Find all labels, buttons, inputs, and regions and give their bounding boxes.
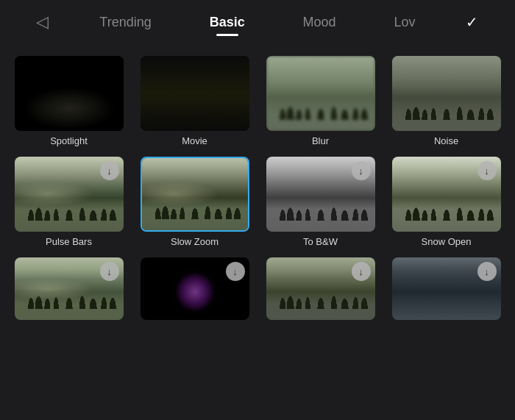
confirm-button[interactable]: ✓	[466, 13, 478, 31]
top-navigation: ◁ Trending Basic Mood Lov ✓	[0, 0, 515, 44]
tab-mood[interactable]: Mood	[296, 15, 344, 30]
list-item: ↓ To B&W	[258, 152, 383, 253]
list-item: Movie	[132, 51, 258, 152]
filter-label-pulse-bars: Pulse Bars	[46, 236, 92, 247]
filter-label-to-bw: To B&W	[303, 236, 338, 247]
list-item: Slow Zoom	[132, 152, 258, 253]
list-item: Blur	[258, 51, 383, 152]
filter-thumb-r3d[interactable]: ↓	[392, 257, 501, 320]
filter-thumb-r3a[interactable]: ↓	[15, 257, 124, 320]
download-button[interactable]: ↓	[100, 262, 119, 281]
filter-thumb-r3c[interactable]: ↓	[266, 257, 375, 320]
list-item: ↓ Snow Open	[383, 152, 509, 253]
back-button[interactable]: ◁	[36, 13, 49, 32]
filter-label-noise: Noise	[434, 135, 458, 146]
download-button[interactable]: ↓	[352, 262, 371, 281]
download-button[interactable]: ↓	[477, 262, 497, 281]
list-item: ↓ Pulse Bars	[6, 152, 132, 253]
filter-thumb-slow-zoom[interactable]	[141, 157, 249, 232]
list-item: ↓	[132, 253, 258, 327]
filter-label-movie: Movie	[182, 135, 207, 146]
download-button[interactable]: ↓	[477, 161, 497, 180]
filter-thumb-pulse-bars[interactable]: ↓	[15, 157, 124, 232]
tab-love[interactable]: Lov	[387, 15, 423, 30]
filter-label-snow-open: Snow Open	[422, 236, 472, 247]
download-button[interactable]: ↓	[352, 161, 371, 180]
list-item: ↓	[258, 253, 383, 327]
filter-label-blur: Blur	[312, 135, 329, 146]
filter-grid: Spotlight Movie Blur Noise ↓ Pulse Bars	[0, 44, 515, 327]
filter-thumb-r3b[interactable]: ↓	[141, 257, 249, 320]
tab-trending[interactable]: Trending	[92, 15, 158, 30]
filter-thumb-blur[interactable]	[266, 56, 375, 131]
tab-basic[interactable]: Basic	[202, 15, 252, 30]
download-button[interactable]: ↓	[226, 262, 245, 281]
list-item: Spotlight	[6, 51, 132, 152]
filter-label-slow-zoom: Slow Zoom	[171, 236, 219, 247]
filter-label-spotlight: Spotlight	[50, 135, 88, 146]
list-item: ↓	[383, 253, 509, 327]
filter-thumb-to-bw[interactable]: ↓	[266, 157, 375, 232]
list-item: ↓	[6, 253, 132, 327]
filter-thumb-noise[interactable]	[392, 56, 501, 131]
filter-thumb-spotlight[interactable]	[15, 56, 124, 131]
filter-thumb-movie[interactable]	[141, 56, 249, 131]
list-item: Noise	[383, 51, 509, 152]
filter-thumb-snow-open[interactable]: ↓	[392, 157, 501, 232]
download-button[interactable]: ↓	[100, 161, 119, 180]
